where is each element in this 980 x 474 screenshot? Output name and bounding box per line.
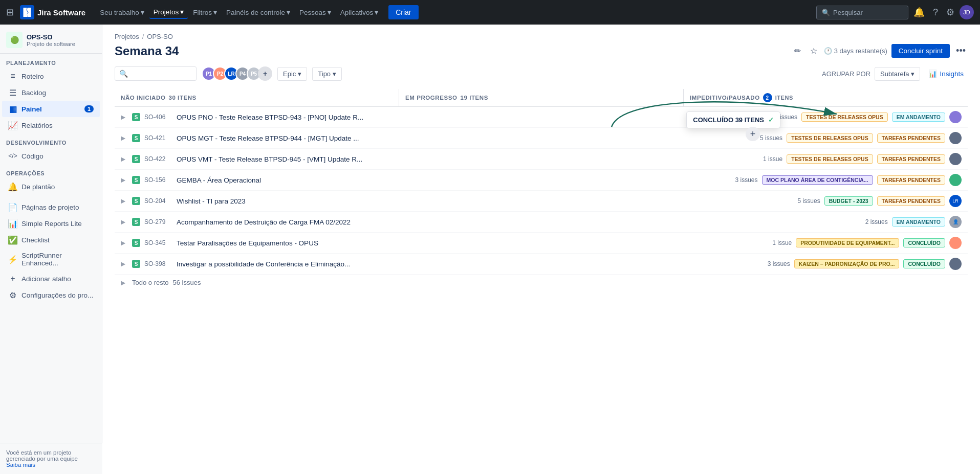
- menu-item-filtros[interactable]: Filtros▾: [189, 6, 221, 19]
- epic-filter[interactable]: Epic ▾: [277, 67, 307, 81]
- sidebar-item-codigo[interactable]: </> Código: [2, 148, 100, 164]
- issue-type-icon: S: [132, 113, 140, 121]
- issue-count: 2 issues: [865, 218, 888, 225]
- concluir-sprint-button[interactable]: Concluir sprint: [891, 44, 950, 58]
- sidebar-item-configuracoes[interactable]: ⚙ Configurações do pro...: [2, 287, 100, 303]
- subtarefa-chevron-icon: ▾: [911, 70, 914, 78]
- jira-logo[interactable]: Jira Software: [20, 5, 85, 19]
- issue-avatar: LR: [949, 195, 962, 207]
- issue-row[interactable]: ▶ S SO-398 Investigar a possibilidade de…: [115, 254, 968, 275]
- sidebar-item-painel[interactable]: ▦ Painel 1: [2, 101, 100, 117]
- menu-item-trabalho[interactable]: Seu trabalho▾: [96, 6, 148, 19]
- more-options-icon[interactable]: •••: [954, 43, 968, 58]
- clock-icon: 🕐: [824, 47, 832, 55]
- concluded-dropdown[interactable]: CONCLUÍDO 39 ITENS ✓: [686, 111, 780, 128]
- saiba-mais-link[interactable]: Saiba mais: [6, 462, 35, 468]
- issue-title: Acompanhamento de Destruição de Carga FM…: [177, 218, 861, 226]
- help-icon[interactable]: ?: [930, 4, 941, 21]
- jira-logo-icon: [20, 5, 34, 19]
- sidebar-item-checklist[interactable]: ✅ Checklist: [2, 232, 100, 248]
- project-info[interactable]: 🟢 OPS-SO Projeto de software: [0, 25, 102, 54]
- issue-count: 3 issues: [735, 176, 758, 184]
- expand-icon[interactable]: ▶: [121, 279, 128, 286]
- breadcrumb-ops[interactable]: OPS-SO: [147, 33, 173, 40]
- issue-row[interactable]: ▶ S SO-279 Acompanhamento de Destruição …: [115, 212, 968, 233]
- top-right-actions: 🔍 Pesquisar 🔔 ? ⚙ JD: [816, 4, 974, 21]
- issue-row[interactable]: ▶ S SO-422 OPUS VMT - Teste Release BTPS…: [115, 149, 968, 170]
- issue-type-icon: S: [132, 260, 140, 268]
- insights-chart-icon: 📊: [928, 70, 937, 78]
- issue-key: SO-156: [144, 176, 172, 184]
- edit-icon[interactable]: ✏: [792, 43, 803, 58]
- issue-row[interactable]: ▶ S SO-204 Wishlist - TI para 2023 5 iss…: [115, 191, 968, 212]
- issue-row[interactable]: ▶ S SO-421 OPUS MGT - Teste Release BTPS…: [115, 128, 968, 149]
- tag: EM ANDAMENTO: [892, 217, 945, 227]
- issue-search[interactable]: 🔍: [115, 66, 197, 81]
- sidebar-item-paginas[interactable]: 📄 Páginas de projeto: [2, 199, 100, 215]
- avatar-add[interactable]: +: [258, 66, 272, 81]
- issue-key: SO-345: [144, 239, 172, 246]
- menu-item-projetos[interactable]: Projetos▾: [149, 6, 188, 19]
- settings-icon[interactable]: ⚙: [943, 4, 957, 21]
- sidebar-item-relatorios[interactable]: 📈 Relatórios: [2, 117, 100, 133]
- sidebar-item-scriptrunner[interactable]: ⚡ ScriptRunner Enhanced...: [2, 248, 100, 270]
- reports-icon: 📊: [8, 219, 17, 228]
- sidebar-item-roteiro[interactable]: ≡ Roteiro: [2, 68, 100, 84]
- issue-type-icon: S: [132, 197, 140, 205]
- expand-icon[interactable]: ▶: [121, 114, 128, 121]
- issue-type-icon: S: [132, 176, 140, 184]
- tag: PRODUTIVIDADE DE EQUIPAMENT...: [796, 238, 899, 247]
- tipo-filter[interactable]: Tipo ▾: [312, 67, 342, 81]
- col-em-progresso-label: EM PROGRESSO: [405, 95, 457, 101]
- menu-item-pessoas[interactable]: Pessoas▾: [295, 6, 335, 19]
- logo-text: Jira Software: [37, 8, 85, 17]
- todo-resto-label: Todo o resto: [132, 279, 169, 286]
- sidebar-item-backlog[interactable]: ☰ Backlog: [2, 84, 100, 101]
- tag: MOC PLANO ÁREA DE CONTIGÊNCIA...: [762, 175, 873, 185]
- star-icon[interactable]: ☆: [808, 43, 820, 58]
- issue-row[interactable]: ▶ S SO-406 OPUS PNO - Teste Release BTPS…: [115, 107, 968, 128]
- col-nao-iniciado: NÃO INICIADO 30 ITENS: [115, 89, 399, 106]
- issue-type-icon: S: [132, 134, 140, 142]
- breadcrumb: Projetos / OPS-SO: [115, 33, 968, 40]
- expand-icon[interactable]: ▶: [121, 260, 128, 267]
- issue-count: 3 issues: [768, 260, 790, 267]
- search-bar[interactable]: 🔍 Pesquisar: [816, 6, 908, 19]
- create-button[interactable]: Criar: [388, 5, 418, 19]
- search-placeholder: Pesquisar: [833, 9, 863, 16]
- subtarefa-dropdown[interactable]: Subtarefa ▾: [875, 67, 920, 81]
- col-nao-iniciado-label: NÃO INICIADO: [121, 95, 165, 101]
- tag: TESTES DE RELEASES OPUS: [787, 154, 873, 164]
- menu-item-aplicativos[interactable]: Aplicativos▾: [336, 6, 383, 19]
- user-avatar[interactable]: JD: [960, 5, 974, 19]
- issue-key: SO-398: [144, 260, 172, 267]
- tag: TAREFAS PENDENTES: [877, 196, 945, 206]
- concluded-check-icon: ✓: [768, 116, 774, 124]
- sidebar-item-adicionar-atalho[interactable]: + Adicionar atalho: [2, 270, 100, 287]
- tag: TESTES DE RELEASES OPUS: [801, 112, 888, 122]
- concluded-add-button[interactable]: +: [746, 127, 760, 141]
- expand-icon[interactable]: ▶: [121, 239, 128, 246]
- epic-chevron-icon: ▾: [298, 70, 301, 78]
- breadcrumb-sep1: /: [142, 33, 144, 40]
- notifications-icon[interactable]: 🔔: [910, 4, 928, 21]
- page-header-actions: ✏ ☆ 🕐 3 days restante(s) Concluir sprint…: [792, 43, 968, 58]
- expand-icon[interactable]: ▶: [121, 134, 128, 142]
- sidebar-item-simple-reports[interactable]: 📊 Simple Reports Lite: [2, 215, 100, 232]
- expand-icon[interactable]: ▶: [121, 176, 128, 184]
- issue-count: 1 issue: [763, 155, 782, 163]
- expand-icon[interactable]: ▶: [121, 218, 128, 225]
- grid-icon[interactable]: ⊞: [6, 7, 14, 18]
- breadcrumb-projetos[interactable]: Projetos: [115, 33, 139, 40]
- insights-button[interactable]: 📊 Insights: [924, 67, 968, 80]
- issue-row[interactable]: ▶ S SO-345 Testar Paralisações de Equipa…: [115, 233, 968, 254]
- expand-icon[interactable]: ▶: [121, 197, 128, 205]
- sidebar-item-plantao[interactable]: 🔔 De plantão: [2, 178, 100, 195]
- expand-icon[interactable]: ▶: [121, 155, 128, 163]
- search-input[interactable]: [131, 70, 192, 78]
- menu-item-paineis[interactable]: Painéis de controle▾: [222, 6, 294, 19]
- scriptrunner-icon: ⚡: [8, 255, 17, 264]
- issue-row[interactable]: ▶ S SO-156 GEMBA - Área Operacional 3 is…: [115, 170, 968, 191]
- issue-title: OPUS MGT - Teste Release BTPSD-944 - [MG…: [177, 134, 756, 142]
- todo-resto-row[interactable]: ▶ Todo o resto 56 issues: [115, 275, 968, 290]
